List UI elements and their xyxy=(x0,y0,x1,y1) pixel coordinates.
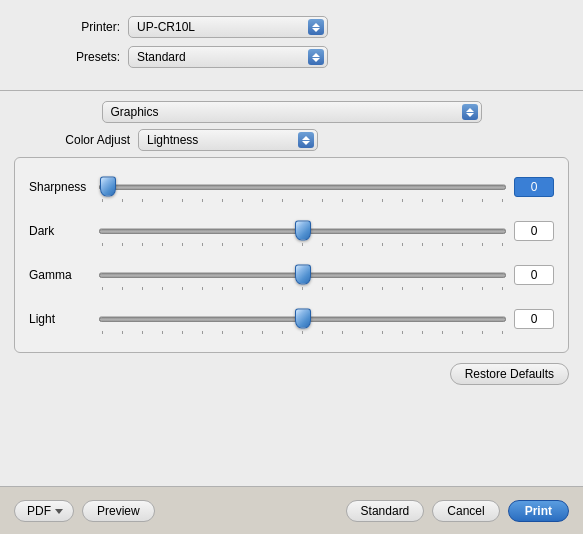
tick-mark xyxy=(342,287,343,290)
print-button[interactable]: Print xyxy=(508,500,569,522)
light-slider-wrapper xyxy=(99,307,506,331)
tick-mark xyxy=(502,287,503,290)
printer-select-wrapper: UP-CR10L xyxy=(128,16,328,38)
presets-select[interactable]: Standard xyxy=(128,46,328,68)
gamma-slider-container xyxy=(99,260,506,290)
presets-row: Presets: Standard xyxy=(20,46,563,68)
tick-mark xyxy=(442,199,443,202)
restore-defaults-button[interactable]: Restore Defaults xyxy=(450,363,569,385)
tick-mark xyxy=(482,243,483,246)
tick-mark xyxy=(402,199,403,202)
gamma-value-box[interactable] xyxy=(514,265,554,285)
tick-mark xyxy=(262,331,263,334)
sharpness-value-input[interactable] xyxy=(515,180,553,194)
tick-mark xyxy=(382,331,383,334)
tick-mark xyxy=(122,331,123,334)
tick-mark xyxy=(382,243,383,246)
tick-mark xyxy=(482,331,483,334)
gamma-slider-wrapper xyxy=(99,263,506,287)
tick-mark xyxy=(122,287,123,290)
sharpness-slider-container xyxy=(99,172,506,202)
panel-select[interactable]: Graphics xyxy=(102,101,482,123)
tick-mark xyxy=(362,287,363,290)
tick-mark xyxy=(102,287,103,290)
tick-mark xyxy=(302,331,303,334)
dark-value-input[interactable] xyxy=(515,224,553,238)
tick-mark xyxy=(342,199,343,202)
color-adjust-select-wrapper: Lightness xyxy=(138,129,318,151)
tick-mark xyxy=(182,287,183,290)
tick-mark xyxy=(102,331,103,334)
pdf-dropdown-arrow-icon xyxy=(55,509,63,514)
printer-select[interactable]: UP-CR10L xyxy=(128,16,328,38)
preview-button[interactable]: Preview xyxy=(82,500,155,522)
tick-mark xyxy=(442,287,443,290)
pdf-button[interactable]: PDF xyxy=(14,500,74,522)
light-ticks xyxy=(99,331,506,334)
tick-mark xyxy=(142,243,143,246)
print-dialog: Printer: UP-CR10L Presets: Standard G xyxy=(0,0,583,534)
tick-mark xyxy=(422,199,423,202)
tick-mark xyxy=(302,243,303,246)
tick-mark xyxy=(502,199,503,202)
sharpness-value-box[interactable] xyxy=(514,177,554,197)
sharpness-slider[interactable] xyxy=(99,185,506,190)
gamma-row: Gamma xyxy=(29,260,554,290)
sharpness-ticks xyxy=(99,199,506,202)
tick-mark xyxy=(382,199,383,202)
color-adjust-label: Color Adjust xyxy=(20,133,130,147)
graphics-row: Graphics xyxy=(0,95,583,129)
tick-mark xyxy=(182,199,183,202)
tick-mark xyxy=(422,331,423,334)
color-adjust-row: Color Adjust Lightness xyxy=(0,129,583,157)
tick-mark xyxy=(222,287,223,290)
tick-mark xyxy=(282,331,283,334)
printer-row: Printer: UP-CR10L xyxy=(20,16,563,38)
tick-mark xyxy=(442,243,443,246)
divider-1 xyxy=(0,90,583,91)
tick-mark xyxy=(242,243,243,246)
light-row: Light xyxy=(29,304,554,334)
tick-mark xyxy=(322,243,323,246)
tick-mark xyxy=(122,243,123,246)
graphics-select-wrapper: Graphics xyxy=(102,101,482,123)
light-value-input[interactable] xyxy=(515,312,553,326)
tick-mark xyxy=(502,243,503,246)
tick-mark xyxy=(462,287,463,290)
tick-mark xyxy=(142,199,143,202)
dark-ticks xyxy=(99,243,506,246)
tick-mark xyxy=(282,199,283,202)
gamma-slider[interactable] xyxy=(99,273,506,278)
dark-slider-container xyxy=(99,216,506,246)
gamma-label: Gamma xyxy=(29,268,99,282)
gamma-ticks xyxy=(99,287,506,290)
bottom-bar: PDF Preview Standard Cancel Print xyxy=(0,486,583,534)
color-adjust-select[interactable]: Lightness xyxy=(138,129,318,151)
tick-mark xyxy=(502,331,503,334)
cancel-button[interactable]: Cancel xyxy=(432,500,499,522)
gamma-value-input[interactable] xyxy=(515,268,553,282)
sharpness-row: Sharpness xyxy=(29,172,554,202)
tick-mark xyxy=(262,199,263,202)
tick-mark xyxy=(202,287,203,290)
tick-mark xyxy=(422,243,423,246)
tick-mark xyxy=(142,287,143,290)
tick-mark xyxy=(162,287,163,290)
tick-mark xyxy=(342,243,343,246)
dark-value-box[interactable] xyxy=(514,221,554,241)
dark-slider[interactable] xyxy=(99,229,506,234)
dark-slider-wrapper xyxy=(99,219,506,243)
tick-mark xyxy=(242,287,243,290)
light-slider[interactable] xyxy=(99,317,506,322)
tick-mark xyxy=(322,287,323,290)
tick-mark xyxy=(382,287,383,290)
tick-mark xyxy=(362,243,363,246)
tick-mark xyxy=(362,331,363,334)
tick-mark xyxy=(302,199,303,202)
light-label: Light xyxy=(29,312,99,326)
tick-mark xyxy=(362,199,363,202)
light-value-box[interactable] xyxy=(514,309,554,329)
tick-mark xyxy=(322,331,323,334)
standard-button[interactable]: Standard xyxy=(346,500,425,522)
tick-mark xyxy=(242,199,243,202)
